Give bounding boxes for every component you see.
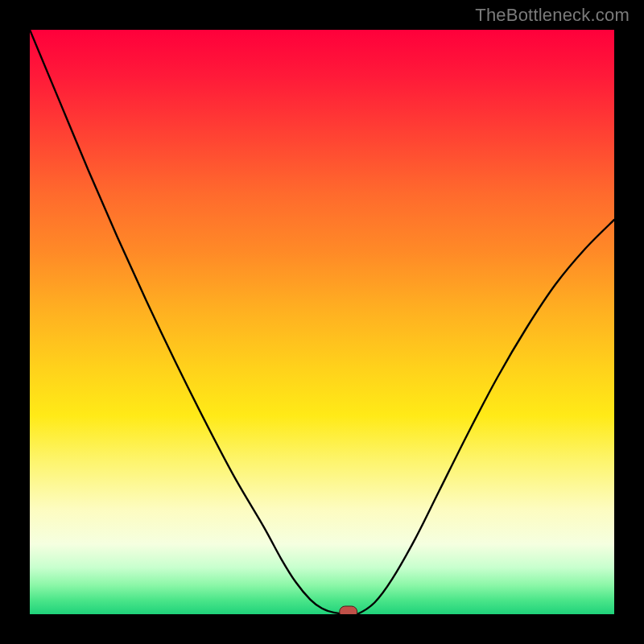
- svg-rect-0: [340, 606, 357, 614]
- minimum-marker: [340, 606, 357, 614]
- plot-area: [30, 30, 614, 614]
- watermark-text: TheBottleneck.com: [475, 5, 630, 26]
- curve-layer: [30, 30, 614, 614]
- bottleneck-curve: [30, 30, 614, 614]
- chart-frame: TheBottleneck.com: [0, 0, 644, 644]
